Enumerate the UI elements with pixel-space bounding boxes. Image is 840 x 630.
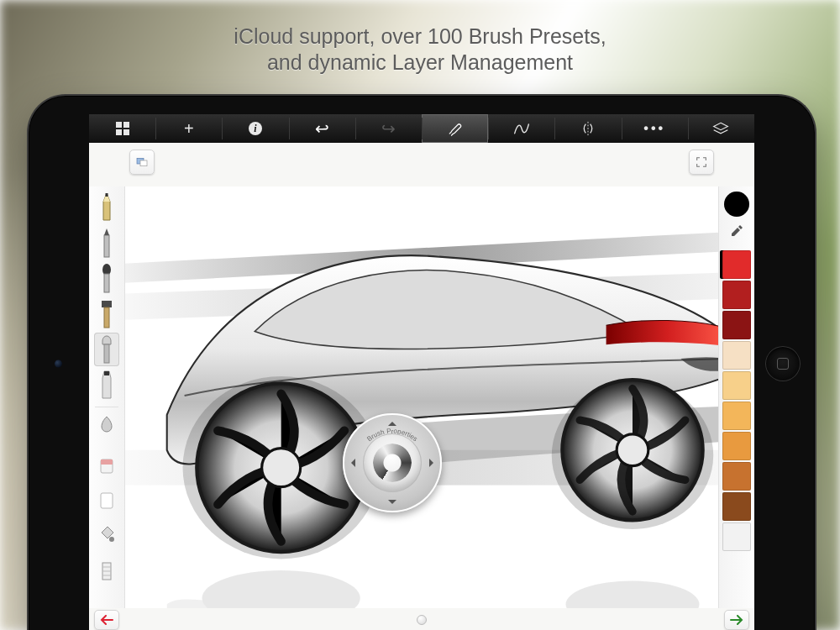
prev-button[interactable] bbox=[94, 610, 119, 630]
bottom-bar bbox=[89, 608, 754, 630]
swatch-0[interactable] bbox=[722, 250, 751, 279]
svg-rect-16 bbox=[106, 193, 108, 197]
svg-rect-22 bbox=[104, 344, 109, 363]
promo-headline: iCloud support, over 100 Brush Presets, … bbox=[0, 24, 840, 76]
brush-smudge[interactable] bbox=[94, 412, 119, 446]
brush-pencil[interactable] bbox=[94, 192, 119, 225]
swatch-5[interactable] bbox=[722, 402, 751, 430]
app-screen: + i ↩ ↪ bbox=[89, 114, 754, 630]
svg-rect-25 bbox=[101, 459, 113, 465]
eyedropper-button[interactable] bbox=[727, 222, 746, 245]
reference-image-button[interactable] bbox=[129, 150, 155, 175]
layers-icon bbox=[712, 121, 729, 136]
layers-button[interactable] bbox=[688, 114, 754, 143]
symmetry-icon bbox=[581, 121, 595, 136]
swatch-1[interactable] bbox=[722, 281, 751, 309]
symmetry-button[interactable] bbox=[554, 114, 621, 143]
chevron-left-icon bbox=[347, 459, 355, 467]
svg-point-13 bbox=[202, 570, 360, 608]
curve-icon bbox=[513, 121, 530, 136]
swatch-3[interactable] bbox=[722, 341, 751, 370]
brush-round[interactable] bbox=[94, 262, 119, 296]
arrow-right-icon bbox=[730, 615, 743, 625]
more-button[interactable]: ••• bbox=[622, 114, 688, 143]
color-rail bbox=[718, 186, 754, 608]
chevron-right-icon bbox=[429, 459, 438, 467]
brush-technical-pen[interactable] bbox=[94, 227, 119, 260]
chevron-down-icon bbox=[388, 500, 396, 508]
redo-icon: ↪ bbox=[381, 120, 396, 137]
svg-rect-17 bbox=[104, 235, 109, 257]
svg-rect-23 bbox=[104, 371, 109, 375]
chevron-up-icon bbox=[388, 417, 396, 426]
brush-marker[interactable] bbox=[94, 368, 119, 402]
swatch-8[interactable] bbox=[722, 492, 751, 521]
svg-point-8 bbox=[262, 449, 301, 487]
svg-point-27 bbox=[109, 537, 114, 542]
current-color[interactable] bbox=[724, 192, 749, 217]
ipad-camera bbox=[55, 360, 62, 368]
swatch-7[interactable] bbox=[722, 462, 751, 491]
plus-icon: + bbox=[184, 120, 194, 137]
svg-rect-1 bbox=[140, 160, 147, 166]
curve-tool-button[interactable] bbox=[488, 114, 554, 143]
tool-pattern[interactable] bbox=[94, 554, 119, 587]
ipad-frame: + i ↩ ↪ bbox=[27, 94, 816, 630]
picture-icon bbox=[135, 155, 149, 169]
svg-rect-26 bbox=[101, 493, 113, 508]
eraser-soft[interactable] bbox=[94, 448, 119, 481]
drawing-canvas[interactable]: Brush Properties bbox=[124, 186, 719, 608]
swatch-9[interactable] bbox=[722, 522, 751, 551]
eyedropper-icon bbox=[729, 223, 744, 244]
app-workspace: ‹ › bbox=[89, 143, 754, 630]
undo-icon: ↩ bbox=[315, 120, 329, 137]
rail-separator bbox=[95, 407, 118, 407]
svg-rect-19 bbox=[104, 274, 109, 292]
info-button[interactable]: i bbox=[222, 114, 288, 143]
swatch-4[interactable] bbox=[722, 371, 751, 400]
tool-fill[interactable] bbox=[94, 518, 119, 552]
brush-rail bbox=[89, 186, 125, 608]
svg-rect-20 bbox=[102, 301, 112, 307]
brush-airbrush[interactable] bbox=[94, 333, 119, 366]
fullscreen-button[interactable] bbox=[689, 150, 714, 175]
svg-rect-21 bbox=[104, 307, 109, 328]
expand-icon bbox=[695, 155, 708, 169]
brush-preview-icon bbox=[363, 433, 422, 492]
brush-properties-puck[interactable]: Brush Properties bbox=[343, 413, 442, 512]
info-icon: i bbox=[249, 122, 262, 135]
svg-point-14 bbox=[566, 580, 700, 608]
ipad-home-button[interactable] bbox=[765, 346, 801, 381]
swatch-6[interactable] bbox=[722, 432, 751, 460]
gallery-button[interactable] bbox=[89, 114, 155, 143]
redo-button[interactable]: ↪ bbox=[355, 114, 422, 143]
car-sketch-artwork bbox=[124, 186, 719, 608]
arrow-left-icon bbox=[100, 615, 113, 625]
brush-tool-button[interactable] bbox=[422, 114, 488, 143]
new-canvas-button[interactable]: + bbox=[155, 114, 222, 143]
svg-point-12 bbox=[617, 434, 648, 466]
brush-icon bbox=[448, 121, 463, 136]
swatch-2[interactable] bbox=[722, 311, 751, 339]
bottom-handle[interactable] bbox=[417, 615, 427, 625]
next-button[interactable] bbox=[724, 610, 749, 630]
eraser-hard[interactable] bbox=[94, 483, 119, 517]
top-toolbar: + i ↩ ↪ bbox=[89, 114, 754, 144]
grid-icon bbox=[116, 122, 129, 135]
more-icon: ••• bbox=[643, 121, 665, 136]
undo-button[interactable]: ↩ bbox=[289, 114, 355, 143]
brush-flat[interactable] bbox=[94, 297, 119, 331]
